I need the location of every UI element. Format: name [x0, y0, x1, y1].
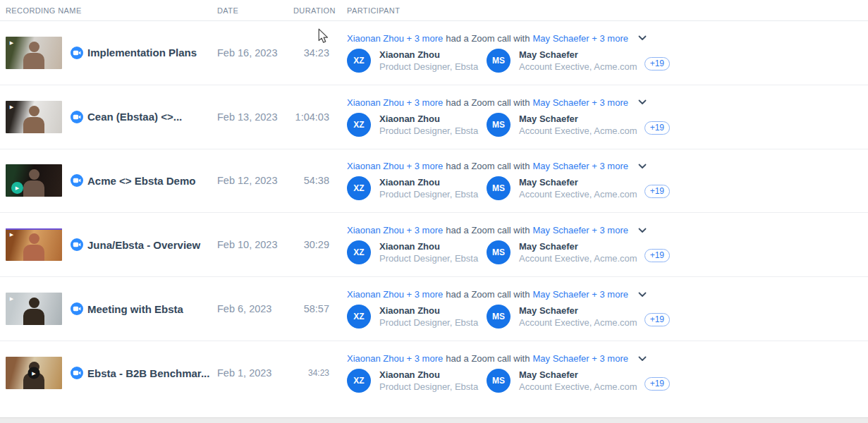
chevron-down-icon[interactable] — [638, 228, 647, 233]
zoom-camera-icon — [71, 111, 83, 123]
recording-row: ▶ Ebsta - B2B Benchmar... Feb 1, 2023 34… — [0, 341, 868, 405]
recording-name-cell: ▶ Cean (Ebstaa) <>... — [6, 101, 217, 133]
participant-name: May Schaefer — [519, 240, 637, 252]
participant-card: XZ Xiaonan Zhou Product Designer, Ebsta — [347, 176, 487, 200]
participant-card: MS May Schaefer Account Exective, Acme.c… — [487, 176, 637, 200]
participant-cell: Xiaonan Zhou + 3 more had a Zoom call wi… — [347, 97, 868, 137]
overflow-count-badge[interactable]: +19 — [644, 121, 670, 135]
call-summary-text: had a Zoom call with — [446, 289, 530, 300]
callee-participants-link[interactable]: May Schaefer + 3 more — [532, 33, 628, 44]
recordings-table-page: RECORDING NAME DATE DURATION PARTICIPANT… — [0, 0, 868, 423]
column-header-duration: DURATION — [293, 6, 329, 15]
caller-participants-link[interactable]: Xiaonan Zhou + 3 more — [347, 33, 443, 44]
caller-participants-link[interactable]: Xiaonan Zhou + 3 more — [347, 161, 443, 171]
participant-name: May Schaefer — [519, 369, 637, 381]
overflow-count-badge[interactable]: +19 — [644, 377, 670, 391]
thumbnail-person-head — [29, 42, 39, 52]
play-button-icon[interactable]: ▶ — [28, 367, 40, 379]
participant-role: Account Exective, Acme.com — [519, 252, 637, 264]
chevron-down-icon[interactable] — [638, 164, 647, 169]
call-summary: Xiaonan Zhou + 3 more had a Zoom call wi… — [347, 225, 868, 235]
call-summary: Xiaonan Zhou + 3 more had a Zoom call wi… — [347, 289, 868, 300]
participants-row: XZ Xiaonan Zhou Product Designer, Ebsta … — [347, 176, 868, 200]
column-header-date: DATE — [217, 6, 293, 15]
participant-role: Product Designer, Ebsta — [379, 125, 478, 137]
recording-name-link[interactable]: Acme <> Ebsta Demo — [87, 175, 195, 187]
participant-name: Xiaonan Zhou — [379, 369, 478, 381]
call-summary: Xiaonan Zhou + 3 more had a Zoom call wi… — [347, 97, 868, 108]
caller-participants-link[interactable]: Xiaonan Zhou + 3 more — [347, 289, 443, 300]
chevron-down-icon[interactable] — [638, 292, 647, 298]
callee-participants-link[interactable]: May Schaefer + 3 more — [532, 225, 628, 235]
recording-duration: 54:38 — [293, 175, 329, 186]
recording-row: ▶ Implementation Plans Feb 16, 2023 34:2… — [0, 21, 868, 85]
avatar: MS — [487, 369, 511, 393]
callee-participants-link[interactable]: May Schaefer + 3 more — [532, 161, 628, 171]
horizontal-scrollbar[interactable] — [0, 417, 868, 423]
zoom-camera-icon — [71, 47, 83, 59]
avatar: MS — [487, 176, 511, 200]
overflow-count-badge[interactable]: +19 — [644, 185, 670, 198]
video-thumbnail[interactable]: ▶ — [6, 164, 62, 197]
avatar: MS — [487, 49, 511, 73]
video-thumbnail[interactable]: ▶ — [6, 357, 62, 389]
play-button-icon[interactable]: ▶ — [6, 101, 18, 113]
participants-row: XZ Xiaonan Zhou Product Designer, Ebsta … — [347, 369, 868, 393]
participant-card: XZ Xiaonan Zhou Product Designer, Ebsta — [347, 305, 487, 329]
thumbnail-person-head — [29, 233, 39, 244]
callee-participants-link[interactable]: May Schaefer + 3 more — [532, 289, 628, 300]
overflow-count-badge[interactable]: +19 — [644, 57, 670, 70]
callee-participants-link[interactable]: May Schaefer + 3 more — [532, 97, 628, 108]
video-thumbnail[interactable]: ▶ — [6, 228, 62, 261]
chevron-down-icon[interactable] — [638, 35, 647, 41]
recording-duration: 58:57 — [293, 303, 329, 314]
recording-duration: 1:04:03 — [293, 111, 329, 123]
play-button-icon[interactable]: ▶ — [6, 37, 18, 49]
avatar: MS — [487, 113, 511, 137]
video-thumbnail[interactable]: ▶ — [6, 293, 62, 325]
recording-date: Feb 16, 2023 — [217, 47, 293, 59]
recording-name-link[interactable]: Cean (Ebstaa) <>... — [87, 111, 182, 123]
chevron-down-icon[interactable] — [638, 99, 647, 105]
recording-date: Feb 12, 2023 — [217, 175, 293, 186]
thumbnail-person-body — [23, 245, 44, 261]
participant-role: Product Designer, Ebsta — [379, 252, 478, 264]
recording-name-link[interactable]: Meeting with Ebsta — [87, 303, 183, 315]
participant-card: XZ Xiaonan Zhou Product Designer, Ebsta — [347, 240, 487, 264]
participant-name: May Schaefer — [519, 176, 637, 188]
thumbnail-person-body — [23, 180, 44, 197]
participant-role: Account Exective, Acme.com — [519, 381, 637, 393]
recording-name-link[interactable]: Juna/Ebsta - Overview — [87, 239, 200, 251]
video-thumbnail[interactable]: ▶ — [6, 37, 62, 69]
video-thumbnail[interactable]: ▶ — [6, 101, 62, 133]
chevron-down-icon[interactable] — [638, 356, 647, 362]
participant-name: Xiaonan Zhou — [379, 176, 478, 188]
thumbnail-person-head — [29, 106, 39, 116]
play-button-icon[interactable]: ▶ — [6, 293, 18, 305]
recording-name-link[interactable]: Implementation Plans — [87, 47, 197, 59]
recording-duration: 34:23 — [293, 47, 329, 59]
participant-role: Product Designer, Ebsta — [379, 188, 478, 200]
caller-participants-link[interactable]: Xiaonan Zhou + 3 more — [347, 97, 443, 108]
participant-cell: Xiaonan Zhou + 3 more had a Zoom call wi… — [347, 225, 868, 264]
participant-cell: Xiaonan Zhou + 3 more had a Zoom call wi… — [347, 33, 868, 73]
callee-participants-link[interactable]: May Schaefer + 3 more — [532, 353, 628, 364]
participant-role: Account Exective, Acme.com — [519, 61, 637, 73]
caller-participants-link[interactable]: Xiaonan Zhou + 3 more — [347, 353, 443, 364]
column-header-participant: PARTICIPANT — [347, 6, 868, 15]
caller-participants-link[interactable]: Xiaonan Zhou + 3 more — [347, 225, 443, 235]
recording-name-cell: ▶ Meeting with Ebsta — [6, 293, 217, 325]
thumbnail-person-body — [23, 309, 44, 325]
call-summary-text: had a Zoom call with — [446, 97, 530, 108]
participant-cell: Xiaonan Zhou + 3 more had a Zoom call wi… — [347, 353, 868, 393]
call-summary-text: had a Zoom call with — [446, 33, 530, 44]
overflow-count-badge[interactable]: +19 — [644, 249, 670, 262]
play-button-icon[interactable]: ▶ — [6, 228, 18, 240]
participant-cell: Xiaonan Zhou + 3 more had a Zoom call wi… — [347, 289, 868, 329]
play-button-icon[interactable]: ▶ — [11, 182, 23, 194]
avatar: MS — [487, 305, 511, 329]
recording-row: ▶ Cean (Ebstaa) <>... Feb 13, 2023 1:04:… — [0, 85, 868, 149]
avatar: XZ — [347, 305, 371, 329]
overflow-count-badge[interactable]: +19 — [644, 313, 670, 326]
recording-name-link[interactable]: Ebsta - B2B Benchmar... — [87, 367, 209, 379]
